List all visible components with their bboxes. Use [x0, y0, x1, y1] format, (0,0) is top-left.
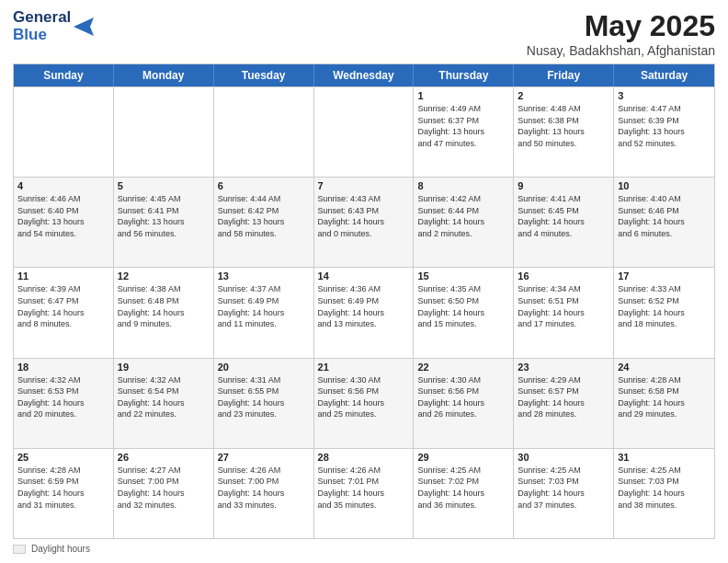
- table-row: 27Sunrise: 4:26 AM Sunset: 7:00 PM Dayli…: [214, 449, 314, 538]
- cell-info: Sunrise: 4:25 AM Sunset: 7:03 PM Dayligh…: [518, 465, 609, 511]
- table-row: 8Sunrise: 4:42 AM Sunset: 6:44 PM Daylig…: [414, 178, 514, 267]
- logo: General Blue: [13, 9, 94, 43]
- cell-info: Sunrise: 4:35 AM Sunset: 6:50 PM Dayligh…: [417, 283, 509, 329]
- calendar-row-4: 25Sunrise: 4:28 AM Sunset: 6:59 PM Dayli…: [14, 448, 714, 538]
- header-day-tuesday: Tuesday: [214, 64, 314, 86]
- table-row: 21Sunrise: 4:30 AM Sunset: 6:56 PM Dayli…: [314, 359, 415, 448]
- day-number-20: 20: [218, 362, 310, 373]
- table-row: 6Sunrise: 4:44 AM Sunset: 6:42 PM Daylig…: [214, 178, 314, 267]
- table-row: 13Sunrise: 4:37 AM Sunset: 6:49 PM Dayli…: [214, 268, 314, 357]
- day-number-10: 10: [618, 180, 711, 191]
- day-number-30: 30: [518, 452, 609, 463]
- table-row: 5Sunrise: 4:45 AM Sunset: 6:41 PM Daylig…: [114, 178, 214, 267]
- day-number-24: 24: [618, 362, 711, 373]
- cell-info: Sunrise: 4:25 AM Sunset: 7:02 PM Dayligh…: [417, 465, 509, 511]
- main-title: May 2025: [527, 9, 715, 43]
- header-day-sunday: Sunday: [14, 64, 114, 86]
- table-row: 25Sunrise: 4:28 AM Sunset: 6:59 PM Dayli…: [14, 449, 114, 538]
- header-day-wednesday: Wednesday: [314, 64, 415, 86]
- cell-info: Sunrise: 4:48 AM Sunset: 6:38 PM Dayligh…: [518, 103, 609, 149]
- table-row: [114, 87, 214, 177]
- title-block: May 2025 Nusay, Badakhshan, Afghanistan: [527, 9, 715, 58]
- day-number-28: 28: [318, 452, 410, 463]
- day-number-26: 26: [118, 452, 210, 463]
- day-number-19: 19: [118, 362, 210, 373]
- cell-info: Sunrise: 4:28 AM Sunset: 6:59 PM Dayligh…: [17, 465, 109, 511]
- day-number-31: 31: [618, 452, 711, 463]
- table-row: [14, 87, 114, 177]
- table-row: 18Sunrise: 4:32 AM Sunset: 6:53 PM Dayli…: [14, 359, 114, 448]
- cell-info: Sunrise: 4:32 AM Sunset: 6:54 PM Dayligh…: [118, 374, 210, 420]
- table-row: 3Sunrise: 4:47 AM Sunset: 6:39 PM Daylig…: [614, 87, 714, 177]
- header-day-monday: Monday: [114, 64, 214, 86]
- cell-info: Sunrise: 4:30 AM Sunset: 6:56 PM Dayligh…: [417, 374, 509, 420]
- table-row: 1Sunrise: 4:49 AM Sunset: 6:37 PM Daylig…: [414, 87, 514, 177]
- daylight-box: [13, 545, 26, 554]
- calendar-row-3: 18Sunrise: 4:32 AM Sunset: 6:53 PM Dayli…: [14, 358, 714, 448]
- day-number-29: 29: [417, 452, 509, 463]
- cell-info: Sunrise: 4:45 AM Sunset: 6:41 PM Dayligh…: [118, 193, 210, 239]
- header: General Blue May 2025 Nusay, Badakhshan,…: [13, 9, 715, 58]
- cell-info: Sunrise: 4:31 AM Sunset: 6:55 PM Dayligh…: [218, 374, 310, 420]
- table-row: 11Sunrise: 4:39 AM Sunset: 6:47 PM Dayli…: [14, 268, 114, 357]
- table-row: 17Sunrise: 4:33 AM Sunset: 6:52 PM Dayli…: [614, 268, 714, 357]
- day-number-7: 7: [318, 180, 410, 191]
- calendar-row-1: 4Sunrise: 4:46 AM Sunset: 6:40 PM Daylig…: [14, 177, 714, 267]
- cell-info: Sunrise: 4:49 AM Sunset: 6:37 PM Dayligh…: [417, 103, 509, 149]
- cell-info: Sunrise: 4:28 AM Sunset: 6:58 PM Dayligh…: [618, 374, 711, 420]
- cell-info: Sunrise: 4:36 AM Sunset: 6:49 PM Dayligh…: [318, 283, 410, 329]
- table-row: 28Sunrise: 4:26 AM Sunset: 7:01 PM Dayli…: [314, 449, 415, 538]
- cell-info: Sunrise: 4:39 AM Sunset: 6:47 PM Dayligh…: [17, 283, 109, 329]
- cell-info: Sunrise: 4:30 AM Sunset: 6:56 PM Dayligh…: [318, 374, 410, 420]
- cell-info: Sunrise: 4:47 AM Sunset: 6:39 PM Dayligh…: [618, 103, 711, 149]
- cell-info: Sunrise: 4:44 AM Sunset: 6:42 PM Dayligh…: [218, 193, 310, 239]
- header-day-thursday: Thursday: [414, 64, 514, 86]
- cell-info: Sunrise: 4:43 AM Sunset: 6:43 PM Dayligh…: [318, 193, 410, 239]
- calendar-body: 1Sunrise: 4:49 AM Sunset: 6:37 PM Daylig…: [14, 86, 714, 538]
- svg-marker-0: [74, 17, 94, 36]
- table-row: 12Sunrise: 4:38 AM Sunset: 6:48 PM Dayli…: [114, 268, 214, 357]
- cell-info: Sunrise: 4:46 AM Sunset: 6:40 PM Dayligh…: [17, 193, 109, 239]
- table-row: 16Sunrise: 4:34 AM Sunset: 6:51 PM Dayli…: [514, 268, 614, 357]
- table-row: 19Sunrise: 4:32 AM Sunset: 6:54 PM Dayli…: [114, 359, 214, 448]
- calendar-row-2: 11Sunrise: 4:39 AM Sunset: 6:47 PM Dayli…: [14, 267, 714, 357]
- calendar-header: SundayMondayTuesdayWednesdayThursdayFrid…: [14, 64, 714, 86]
- day-number-6: 6: [218, 180, 310, 191]
- table-row: 26Sunrise: 4:27 AM Sunset: 7:00 PM Dayli…: [114, 449, 214, 538]
- day-number-3: 3: [618, 90, 711, 101]
- table-row: 31Sunrise: 4:25 AM Sunset: 7:03 PM Dayli…: [614, 449, 714, 538]
- calendar: SundayMondayTuesdayWednesdayThursdayFrid…: [13, 63, 715, 539]
- day-number-8: 8: [417, 180, 509, 191]
- day-number-2: 2: [518, 90, 609, 101]
- day-number-4: 4: [17, 180, 109, 191]
- cell-info: Sunrise: 4:32 AM Sunset: 6:53 PM Dayligh…: [17, 374, 109, 420]
- cell-info: Sunrise: 4:40 AM Sunset: 6:46 PM Dayligh…: [618, 193, 711, 239]
- cell-info: Sunrise: 4:42 AM Sunset: 6:44 PM Dayligh…: [417, 193, 509, 239]
- day-number-14: 14: [318, 270, 410, 282]
- cell-info: Sunrise: 4:26 AM Sunset: 7:00 PM Dayligh…: [218, 465, 310, 511]
- day-number-5: 5: [118, 180, 210, 191]
- table-row: 2Sunrise: 4:48 AM Sunset: 6:38 PM Daylig…: [514, 87, 614, 177]
- footer: Daylight hours: [13, 544, 715, 554]
- day-number-9: 9: [518, 180, 609, 191]
- table-row: 14Sunrise: 4:36 AM Sunset: 6:49 PM Dayli…: [314, 268, 415, 357]
- cell-info: Sunrise: 4:33 AM Sunset: 6:52 PM Dayligh…: [618, 283, 711, 329]
- logo-blue: Blue: [13, 27, 71, 44]
- day-number-11: 11: [17, 270, 109, 282]
- day-number-13: 13: [218, 270, 310, 282]
- day-number-16: 16: [518, 270, 609, 282]
- header-day-friday: Friday: [514, 64, 614, 86]
- day-number-12: 12: [118, 270, 210, 282]
- page: General Blue May 2025 Nusay, Badakhshan,…: [0, 0, 728, 563]
- table-row: 22Sunrise: 4:30 AM Sunset: 6:56 PM Dayli…: [414, 359, 514, 448]
- table-row: 15Sunrise: 4:35 AM Sunset: 6:50 PM Dayli…: [414, 268, 514, 357]
- day-number-15: 15: [417, 270, 509, 282]
- day-number-18: 18: [17, 362, 109, 373]
- table-row: 29Sunrise: 4:25 AM Sunset: 7:02 PM Dayli…: [414, 449, 514, 538]
- day-number-21: 21: [318, 362, 410, 373]
- cell-info: Sunrise: 4:41 AM Sunset: 6:45 PM Dayligh…: [518, 193, 609, 239]
- day-number-25: 25: [17, 452, 109, 463]
- day-number-22: 22: [417, 362, 509, 373]
- table-row: 23Sunrise: 4:29 AM Sunset: 6:57 PM Dayli…: [514, 359, 614, 448]
- table-row: 20Sunrise: 4:31 AM Sunset: 6:55 PM Dayli…: [214, 359, 314, 448]
